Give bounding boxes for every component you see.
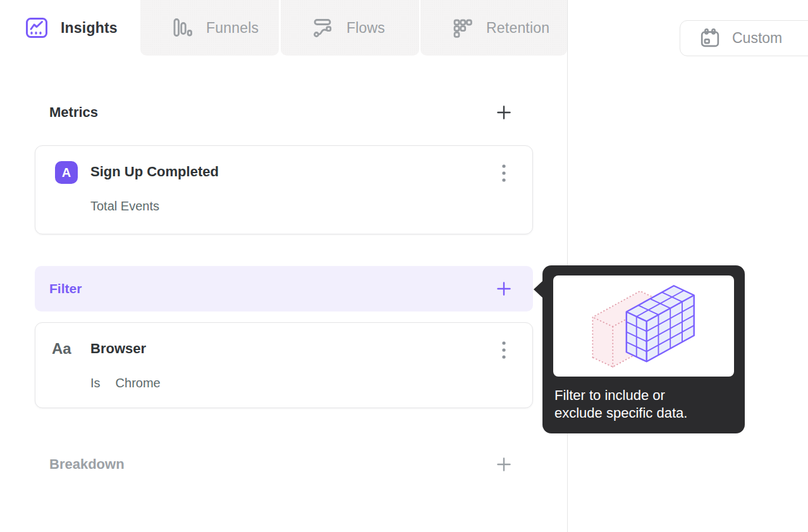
filter-card-browser[interactable]: Aa Browser IsChrome xyxy=(35,322,533,408)
isometric-cube-filter-illustration xyxy=(553,275,734,377)
breakdown-section-header: Breakdown xyxy=(35,454,533,475)
tab-retention[interactable]: Retention xyxy=(420,0,567,56)
metric-card-sign-up-completed[interactable]: A Sign Up Completed Total Events xyxy=(35,145,533,234)
tab-retention-label: Retention xyxy=(486,20,549,37)
tab-insights-label: Insights xyxy=(61,20,118,37)
tab-insights[interactable]: Insights xyxy=(0,0,139,56)
add-breakdown-plus-icon[interactable] xyxy=(496,456,512,473)
filter-condition[interactable]: IsChrome xyxy=(90,376,161,390)
calendar-icon xyxy=(698,27,722,51)
filter-section-header[interactable]: Filter xyxy=(35,266,533,311)
tooltip-text-line1: Filter to include or xyxy=(554,387,733,404)
date-range-custom-button[interactable]: Custom xyxy=(680,20,808,56)
date-range-custom-label: Custom xyxy=(732,30,782,47)
add-filter-plus-icon[interactable] xyxy=(496,281,512,297)
tab-flows[interactable]: Flows xyxy=(281,0,419,56)
filter-property-name: Browser xyxy=(90,341,146,357)
kebab-icon[interactable] xyxy=(496,162,512,184)
metric-aggregation[interactable]: Total Events xyxy=(90,199,159,214)
add-metric-plus-icon[interactable] xyxy=(496,104,512,121)
insights-report-builder: Insights Funnels Flows xyxy=(0,0,808,532)
kebab-icon[interactable] xyxy=(496,339,512,361)
metric-event-name: Sign Up Completed xyxy=(90,164,219,180)
flow-icon xyxy=(310,15,335,40)
filter-section-title: Filter xyxy=(49,281,82,296)
filter-value[interactable]: Chrome xyxy=(116,376,161,390)
tab-funnels-label: Funnels xyxy=(206,20,259,37)
dots-grid-icon xyxy=(450,15,475,40)
tooltip-text: Filter to include or exclude specific da… xyxy=(554,387,733,422)
metric-series-badge: A xyxy=(55,161,78,184)
tab-funnels[interactable]: Funnels xyxy=(140,0,279,56)
filter-operator[interactable]: Is xyxy=(90,376,101,390)
tooltip-arrow xyxy=(534,281,543,298)
tab-flows-label: Flows xyxy=(346,20,385,37)
metrics-section-title: Metrics xyxy=(49,104,98,121)
breakdown-section-title: Breakdown xyxy=(49,456,125,473)
line-chart-icon xyxy=(24,15,49,40)
string-property-icon: Aa xyxy=(52,340,71,358)
filter-feature-tooltip: Filter to include or exclude specific da… xyxy=(542,265,745,433)
metrics-section-header: Metrics xyxy=(35,102,533,123)
bar-chart-icon xyxy=(169,15,195,40)
tooltip-text-line2: exclude specific data. xyxy=(554,404,733,422)
